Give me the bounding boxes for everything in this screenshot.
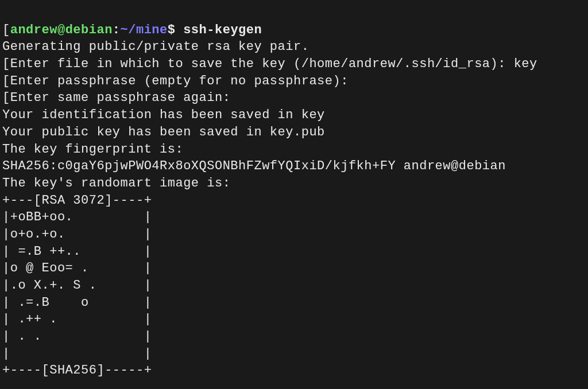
output-line: Your identification has been saved in ke… (2, 108, 325, 122)
prompt-host: debian (65, 23, 113, 37)
randomart-line: | . . | (2, 329, 152, 344)
randomart-line: +----[SHA256]-----+ (2, 363, 152, 378)
terminal-window[interactable]: [andrew@debian:~/mine$ ssh-keygen Genera… (2, 5, 586, 379)
prompt-line: [andrew@debian:~/mine$ ssh-keygen (2, 23, 262, 37)
output-line: [Enter same passphrase again: (2, 91, 230, 105)
output-fingerprint: SHA256:c0gaY6pjwPWO4Rx8oXQSONBhFZwfYQIxi… (2, 159, 506, 173)
output-line: The key's randomart image is: (2, 176, 230, 190)
randomart-line: +---[RSA 3072]----+ (2, 193, 152, 208)
randomart-line: | | (2, 347, 152, 361)
output-line: The key fingerprint is: (2, 142, 183, 157)
output-line: Your public key has been saved in key.pu… (2, 125, 325, 139)
output-line: [Enter passphrase (empty for no passphra… (2, 74, 349, 88)
prompt-open-bracket: [ (2, 23, 10, 37)
prompt-user: andrew (10, 23, 57, 37)
randomart-line: |o+o.+o. | (2, 227, 152, 242)
output-line: [Enter file in which to save the key (/h… (2, 57, 537, 71)
prompt-colon: : (113, 23, 121, 37)
command-input[interactable]: ssh-keygen (183, 23, 262, 37)
randomart-line: |o @ Eoo= . | (2, 261, 152, 275)
randomart-line: | .++ . | (2, 312, 152, 326)
randomart-line: | =.B ++.. | (2, 244, 152, 259)
prompt-at: @ (57, 23, 65, 37)
prompt-dollar: $ (168, 23, 183, 37)
output-line: Generating public/private rsa key pair. (2, 40, 309, 54)
randomart-line: | .=.B o | (2, 295, 152, 310)
prompt-path: ~/mine (121, 23, 168, 37)
randomart-line: |+oBB+oo. | (2, 210, 152, 224)
randomart-line: |.o X.+. S . | (2, 278, 152, 293)
